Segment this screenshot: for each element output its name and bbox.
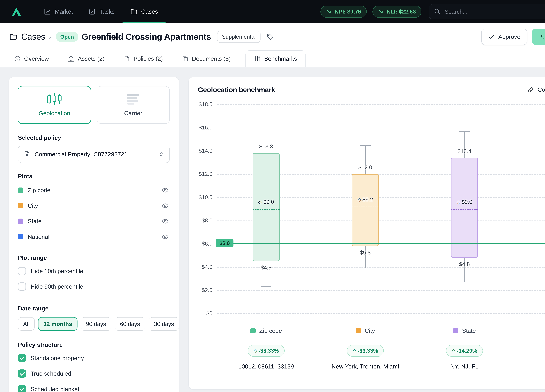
standalone-property-row[interactable]: Standalone property — [18, 350, 170, 366]
toggle-visibility-state[interactable] — [161, 217, 170, 226]
boxplot-column-zip-code: $13.8$4.5◇$9.0 — [217, 96, 316, 322]
nav-item-cases[interactable]: Cases — [122, 0, 166, 23]
plot-row-national: National — [18, 229, 170, 245]
hide-90th-percentile-checkbox[interactable] — [18, 283, 26, 291]
y-axis-tick: $10.0 — [197, 194, 213, 201]
building-icon — [68, 55, 74, 62]
page-title: Greenfield Crossing Apartments — [82, 32, 211, 42]
locations-row: 10012, 08611, 33139New York, Trenton, Mi… — [197, 362, 545, 371]
nav-item-tasks[interactable]: Tasks — [81, 0, 122, 23]
date-range-30-days[interactable]: 30 days — [149, 317, 179, 331]
trend-down-icon — [326, 9, 332, 15]
documents-icon — [182, 55, 189, 62]
reference-line — [217, 243, 545, 244]
policy-document-icon — [123, 55, 130, 62]
tab-assets[interactable]: Assets (2) — [63, 50, 109, 67]
diamond-icon: ◇ — [253, 348, 257, 354]
status-badge: Open — [56, 32, 78, 42]
standalone-property-checkbox[interactable] — [18, 354, 26, 362]
header-actions: Approve Case intelligence — [481, 29, 545, 45]
tab-overview[interactable]: Overview — [10, 50, 53, 67]
y-axis-tick: $6.0 — [197, 241, 213, 247]
tab-documents[interactable]: Documents (8) — [178, 50, 235, 67]
app-logo-icon[interactable] — [12, 7, 21, 17]
tab-benchmarks[interactable]: Benchmarks — [246, 50, 306, 67]
legend-swatch — [356, 328, 361, 333]
box-city — [352, 174, 379, 246]
geolocation-mode-card[interactable]: Geolocation — [18, 86, 91, 124]
chart-legend-item: City — [316, 327, 415, 334]
diamond-icon: ◇ — [452, 348, 456, 354]
boxplot-column-state: $13.4$4.8◇$9.0 — [415, 96, 514, 322]
date-range-options: All 12 months 90 days 60 days 30 days — [18, 317, 170, 331]
true-scheduled-row[interactable]: True scheduled — [18, 366, 170, 381]
city-swatch — [18, 203, 23, 208]
whisker-cap-low — [360, 268, 371, 268]
case-header: Cases Open Greenfield Crossing Apartment… — [0, 23, 545, 50]
benchmark-controls-panel: Geolocation Carrier Selected policy Comm… — [9, 77, 179, 392]
tag-icon[interactable] — [266, 33, 274, 41]
policy-select[interactable]: Commercial Property: C877298721 — [18, 146, 170, 163]
carrier-mode-card[interactable]: Carrier — [97, 86, 170, 124]
date-range-12-months[interactable]: 12 months — [38, 317, 77, 331]
toggle-visibility-city[interactable] — [161, 201, 170, 210]
global-search — [429, 4, 545, 19]
search-icon — [434, 8, 441, 15]
updown-chevrons-icon — [158, 151, 164, 157]
delta-badge: ◇-14.29% — [446, 345, 483, 357]
case-intelligence-button[interactable]: Case intelligence — [532, 29, 545, 45]
approve-button[interactable]: Approve — [481, 29, 527, 45]
diamond-icon: ◇ — [353, 348, 356, 354]
plots-label: Plots — [18, 173, 170, 180]
delta-badge: ◇-33.33% — [248, 345, 285, 357]
box-high-label: $13.8 — [259, 143, 273, 150]
y-axis-tick: $8.0 — [197, 217, 213, 224]
hide-10th-percentile-checkbox[interactable] — [18, 267, 26, 275]
copy-link-button[interactable]: Copy link — [527, 86, 545, 93]
date-range-90-days[interactable]: 90 days — [81, 317, 111, 331]
chart-legend-item: Zip code — [217, 327, 316, 334]
delta-badge: ◇-33.33% — [347, 345, 384, 357]
hide-10th-percentile-row[interactable]: Hide 10th percentile — [18, 263, 170, 279]
median-label: ◇$9.0 — [457, 199, 472, 205]
eye-icon — [161, 217, 169, 225]
scheduled-blanket-row[interactable]: Scheduled blanket — [18, 381, 170, 392]
date-range-all[interactable]: All — [18, 317, 35, 331]
date-range-60-days[interactable]: 60 days — [115, 317, 145, 331]
nli-metric-badge[interactable]: NLI: $22.68 — [372, 6, 421, 18]
benchmark-mode-switch: Geolocation Carrier — [18, 86, 170, 124]
plot-row-city: City — [18, 198, 170, 214]
whisker-cap-high — [360, 145, 371, 146]
hide-90th-percentile-row[interactable]: Hide 90th percentile — [18, 279, 170, 295]
overview-icon — [14, 55, 21, 62]
policy-structure-label: Policy structure — [18, 341, 170, 349]
date-range-label: Date range — [18, 305, 170, 312]
folder-icon — [9, 33, 17, 41]
boxplot-column-national: $5.8$2.4◇$4.3 — [514, 96, 545, 322]
supplemental-badge: Supplemental — [217, 31, 260, 43]
carrier-list-icon — [126, 93, 140, 105]
box-low-label: $4.8 — [459, 261, 470, 267]
nav-item-market[interactable]: Market — [36, 0, 81, 23]
toggle-visibility-national[interactable] — [161, 232, 170, 241]
median-label: ◇$9.2 — [357, 196, 373, 203]
scheduled-blanket-checkbox[interactable] — [18, 385, 26, 392]
benchmarks-icon — [254, 55, 261, 62]
chart-legend: Zip codeCityStateNational — [197, 327, 545, 334]
series-locations: New York, Trenton, Miami — [332, 362, 399, 371]
tab-policies[interactable]: Policies (2) — [119, 50, 167, 67]
npi-metric-badge[interactable]: NPI: $0.76 — [321, 6, 367, 18]
whisker-cap-high — [459, 131, 470, 132]
breadcrumb[interactable]: Cases — [9, 32, 45, 42]
boxplot-chart: $18.0$16.0$14.0$12.0$10.0$8.0$6.0$4.0$2.… — [197, 96, 545, 322]
y-axis-tick: $12.0 — [197, 171, 213, 177]
search-input[interactable] — [429, 4, 545, 19]
chevron-right-icon — [47, 34, 54, 40]
plot-row-state: State — [18, 214, 170, 229]
median-line — [352, 207, 379, 207]
trend-down-icon — [378, 9, 384, 15]
toggle-visibility-zip-code[interactable] — [161, 186, 170, 195]
boxplot-icon — [47, 93, 62, 105]
plot-range-options: Hide 10th percentile Hide 90th percentil… — [18, 263, 170, 294]
true-scheduled-checkbox[interactable] — [18, 369, 26, 378]
